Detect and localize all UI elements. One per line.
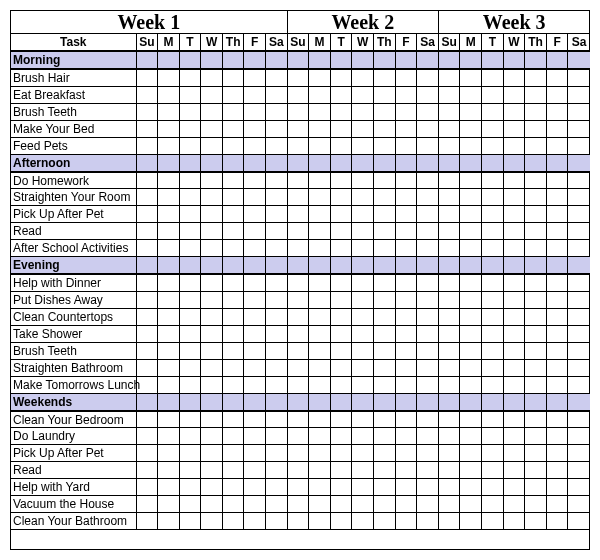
- task-cell[interactable]: [503, 462, 525, 479]
- task-cell[interactable]: [460, 189, 482, 206]
- task-cell[interactable]: [244, 86, 266, 103]
- task-cell[interactable]: [568, 69, 590, 86]
- task-cell[interactable]: [158, 86, 180, 103]
- task-cell[interactable]: [568, 189, 590, 206]
- task-cell[interactable]: [460, 240, 482, 257]
- task-cell[interactable]: [525, 445, 547, 462]
- task-cell[interactable]: [266, 189, 288, 206]
- task-cell[interactable]: [482, 223, 504, 240]
- task-cell[interactable]: [244, 274, 266, 291]
- task-cell[interactable]: [460, 137, 482, 154]
- task-cell[interactable]: [395, 103, 417, 120]
- task-cell[interactable]: [309, 376, 331, 393]
- task-cell[interactable]: [546, 240, 568, 257]
- task-cell[interactable]: [438, 206, 460, 223]
- task-cell[interactable]: [309, 411, 331, 428]
- task-cell[interactable]: [503, 359, 525, 376]
- task-cell[interactable]: [482, 359, 504, 376]
- task-cell[interactable]: [482, 308, 504, 325]
- task-cell[interactable]: [201, 496, 223, 513]
- task-cell[interactable]: [546, 189, 568, 206]
- task-cell[interactable]: [417, 411, 439, 428]
- task-cell[interactable]: [158, 137, 180, 154]
- task-cell[interactable]: [222, 137, 244, 154]
- task-cell[interactable]: [266, 462, 288, 479]
- task-cell[interactable]: [374, 274, 396, 291]
- task-cell[interactable]: [460, 172, 482, 189]
- task-cell[interactable]: [287, 479, 309, 496]
- task-cell[interactable]: [330, 411, 352, 428]
- task-cell[interactable]: [352, 479, 374, 496]
- task-cell[interactable]: [460, 291, 482, 308]
- task-cell[interactable]: [395, 189, 417, 206]
- task-cell[interactable]: [395, 120, 417, 137]
- task-cell[interactable]: [158, 308, 180, 325]
- task-cell[interactable]: [309, 325, 331, 342]
- task-cell[interactable]: [179, 496, 201, 513]
- task-cell[interactable]: [222, 308, 244, 325]
- task-cell[interactable]: [395, 223, 417, 240]
- task-cell[interactable]: [568, 513, 590, 530]
- task-cell[interactable]: [309, 462, 331, 479]
- task-cell[interactable]: [417, 274, 439, 291]
- task-cell[interactable]: [352, 206, 374, 223]
- task-cell[interactable]: [179, 189, 201, 206]
- task-cell[interactable]: [374, 120, 396, 137]
- task-cell[interactable]: [158, 206, 180, 223]
- task-cell[interactable]: [438, 137, 460, 154]
- task-cell[interactable]: [136, 172, 158, 189]
- task-cell[interactable]: [546, 172, 568, 189]
- task-cell[interactable]: [438, 120, 460, 137]
- task-cell[interactable]: [330, 291, 352, 308]
- task-cell[interactable]: [438, 428, 460, 445]
- task-cell[interactable]: [460, 445, 482, 462]
- task-cell[interactable]: [395, 342, 417, 359]
- task-cell[interactable]: [482, 445, 504, 462]
- task-cell[interactable]: [460, 120, 482, 137]
- task-cell[interactable]: [222, 120, 244, 137]
- task-cell[interactable]: [266, 172, 288, 189]
- task-cell[interactable]: [352, 69, 374, 86]
- task-cell[interactable]: [482, 103, 504, 120]
- task-cell[interactable]: [244, 240, 266, 257]
- task-cell[interactable]: [330, 479, 352, 496]
- task-cell[interactable]: [503, 479, 525, 496]
- task-cell[interactable]: [266, 103, 288, 120]
- task-cell[interactable]: [568, 496, 590, 513]
- task-cell[interactable]: [222, 428, 244, 445]
- task-cell[interactable]: [201, 120, 223, 137]
- task-cell[interactable]: [158, 462, 180, 479]
- task-cell[interactable]: [179, 291, 201, 308]
- task-cell[interactable]: [546, 120, 568, 137]
- task-cell[interactable]: [330, 206, 352, 223]
- task-cell[interactable]: [330, 342, 352, 359]
- task-cell[interactable]: [417, 137, 439, 154]
- task-cell[interactable]: [417, 479, 439, 496]
- task-cell[interactable]: [352, 462, 374, 479]
- task-cell[interactable]: [309, 445, 331, 462]
- task-cell[interactable]: [503, 103, 525, 120]
- task-cell[interactable]: [525, 291, 547, 308]
- task-cell[interactable]: [503, 445, 525, 462]
- task-cell[interactable]: [330, 428, 352, 445]
- task-cell[interactable]: [482, 496, 504, 513]
- task-cell[interactable]: [201, 137, 223, 154]
- task-cell[interactable]: [266, 274, 288, 291]
- task-cell[interactable]: [309, 359, 331, 376]
- task-cell[interactable]: [417, 69, 439, 86]
- task-cell[interactable]: [244, 206, 266, 223]
- task-cell[interactable]: [417, 445, 439, 462]
- task-cell[interactable]: [546, 359, 568, 376]
- task-cell[interactable]: [395, 359, 417, 376]
- task-cell[interactable]: [546, 462, 568, 479]
- task-cell[interactable]: [525, 103, 547, 120]
- task-cell[interactable]: [158, 291, 180, 308]
- task-cell[interactable]: [503, 223, 525, 240]
- task-cell[interactable]: [352, 342, 374, 359]
- task-cell[interactable]: [525, 223, 547, 240]
- task-cell[interactable]: [330, 86, 352, 103]
- task-cell[interactable]: [222, 325, 244, 342]
- task-cell[interactable]: [158, 428, 180, 445]
- task-cell[interactable]: [136, 86, 158, 103]
- task-cell[interactable]: [395, 479, 417, 496]
